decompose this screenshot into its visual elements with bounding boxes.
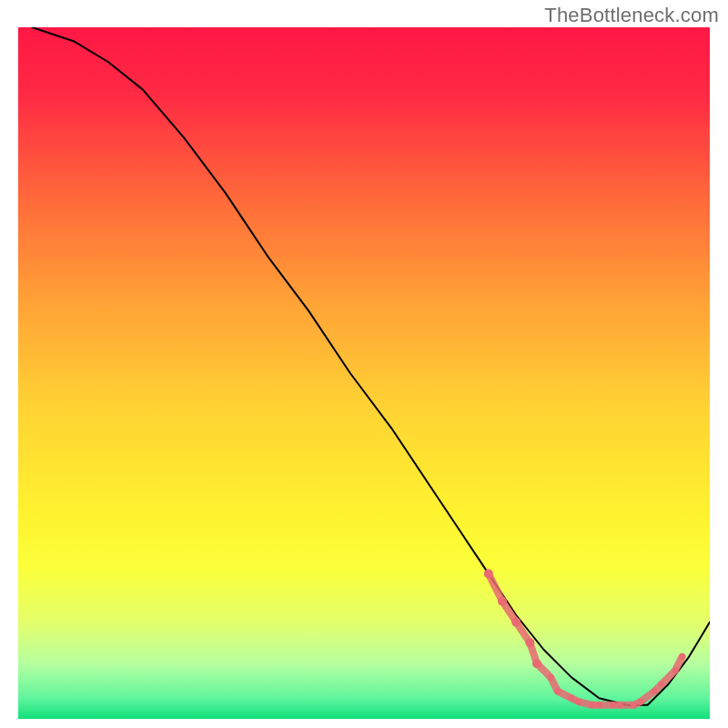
optimal-marker bbox=[631, 702, 637, 708]
optimal-marker bbox=[638, 699, 644, 705]
plot-area bbox=[18, 27, 710, 719]
optimal-marker bbox=[679, 653, 685, 660]
optimal-marker bbox=[596, 702, 602, 708]
optimal-marker bbox=[498, 597, 507, 606]
optimal-marker bbox=[532, 659, 541, 668]
optimal-marker bbox=[554, 688, 561, 694]
optimal-marker bbox=[569, 695, 575, 702]
optimal-marker bbox=[575, 699, 581, 705]
optimal-marker bbox=[617, 702, 623, 708]
optimal-marker bbox=[511, 618, 521, 627]
optimal-marker bbox=[548, 674, 554, 681]
optimal-marker bbox=[589, 702, 595, 708]
optimal-marker bbox=[652, 688, 658, 694]
optimal-marker bbox=[484, 569, 493, 578]
optimal-marker bbox=[672, 667, 679, 673]
optimal-marker bbox=[658, 682, 664, 688]
watermark-text: TheBottleneck.com bbox=[544, 4, 719, 27]
chart-svg bbox=[18, 27, 710, 719]
gradient-background bbox=[18, 27, 710, 719]
chart-frame: TheBottleneck.com bbox=[0, 0, 728, 728]
optimal-marker bbox=[525, 638, 534, 647]
optimal-marker bbox=[610, 702, 616, 708]
